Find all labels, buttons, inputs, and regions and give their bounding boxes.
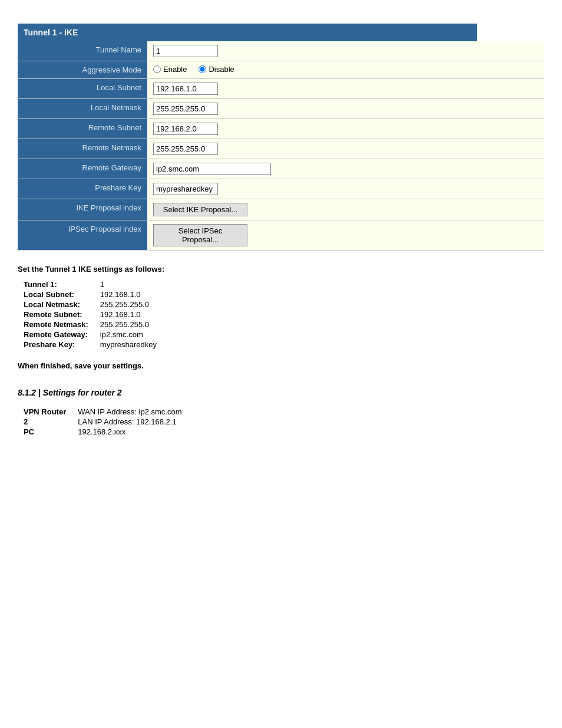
info-row: Tunnel 1:1 xyxy=(24,279,157,289)
info-label: Remote Gateway: xyxy=(24,330,100,340)
vpn-value: LAN IP Address: 192.168.2.1 xyxy=(78,417,181,427)
tunnel-row: Local Netmask xyxy=(18,99,544,119)
input-remote-subnet[interactable] xyxy=(153,123,218,135)
vpn-row: 2LAN IP Address: 192.168.2.1 xyxy=(24,417,182,427)
row-label-5: Remote Netmask xyxy=(18,139,147,159)
info-row: Local Netmask:255.255.255.0 xyxy=(24,299,157,309)
input-remote-gateway[interactable] xyxy=(153,163,271,175)
info-row: Remote Gateway:ip2.smc.com xyxy=(24,330,157,340)
tunnel-section: Tunnel 1 - IKE Tunnel NameAggressive Mod… xyxy=(18,24,544,251)
row-label-9: IPSec Proposal index xyxy=(18,220,147,250)
info-row: Remote Netmask:255.255.255.0 xyxy=(24,319,157,330)
vpn-label: 2 xyxy=(24,417,78,427)
vpn-value: WAN IP Address: ip2.smc.com xyxy=(78,407,181,417)
radio-label-disable[interactable]: Disable xyxy=(199,65,234,74)
finish-note: When finished, save your settings. xyxy=(18,361,544,370)
row-value-8: Select IKE Proposal... xyxy=(147,199,544,220)
input-local-subnet[interactable] xyxy=(153,83,218,95)
instructions-section: Set the Tunnel 1 IKE settings as follows… xyxy=(18,265,544,350)
row-value-4 xyxy=(147,119,544,139)
section2: 8.1.2 | Settings for router 2 VPN Router… xyxy=(18,388,544,437)
row-value-3 xyxy=(147,99,544,118)
vpn-label: PC xyxy=(24,427,78,437)
tunnel-row: Local Subnet xyxy=(18,79,544,99)
radio-disable[interactable] xyxy=(199,65,206,73)
tunnel-row: IKE Proposal indexSelect IKE Proposal... xyxy=(18,199,544,220)
radio-group-1: Enable Disable xyxy=(153,65,538,74)
tunnel-row: Remote Subnet xyxy=(18,119,544,139)
input-preshare-key[interactable] xyxy=(153,183,218,195)
info-value: 192.168.1.0 xyxy=(100,309,157,319)
tunnel-row: Tunnel Name xyxy=(18,41,544,61)
vpn-label: VPN Router xyxy=(24,407,78,417)
input-tunnel-name[interactable] xyxy=(153,45,218,57)
info-value: 192.168.1.0 xyxy=(100,289,157,299)
info-value: mypresharedkey xyxy=(100,340,157,350)
tunnel-row: Preshare Key xyxy=(18,179,544,199)
row-value-5 xyxy=(147,139,544,159)
vpn-table: VPN RouterWAN IP Address: ip2.smc.com2LA… xyxy=(24,407,182,437)
info-row: Preshare Key:mypresharedkey xyxy=(24,340,157,350)
info-label: Remote Subnet: xyxy=(24,309,100,319)
row-value-0 xyxy=(147,41,544,61)
row-label-8: IKE Proposal index xyxy=(18,199,147,220)
row-label-1: Aggressive Mode xyxy=(18,61,147,78)
vpn-row: VPN RouterWAN IP Address: ip2.smc.com xyxy=(24,407,182,417)
tunnel-header: Tunnel 1 - IKE xyxy=(18,24,477,41)
tunnel-row: Remote Netmask xyxy=(18,139,544,159)
radio-enable[interactable] xyxy=(153,65,161,73)
row-label-2: Local Subnet xyxy=(18,79,147,98)
info-value: ip2.smc.com xyxy=(100,330,157,340)
row-label-3: Local Netmask xyxy=(18,99,147,118)
info-label: Tunnel 1: xyxy=(24,279,100,289)
tunnel-row: IPSec Proposal indexSelect IPSec Proposa… xyxy=(18,220,544,251)
info-table: Tunnel 1:1Local Subnet:192.168.1.0Local … xyxy=(24,279,157,350)
info-label: Preshare Key: xyxy=(24,340,100,350)
row-value-2 xyxy=(147,79,544,98)
row-label-6: Remote Gateway xyxy=(18,159,147,179)
select-button-9[interactable]: Select IPSec Proposal... xyxy=(153,224,247,246)
section2-heading: 8.1.2 | Settings for router 2 xyxy=(18,388,544,397)
tunnel-row: Aggressive Mode Enable Disable xyxy=(18,61,544,79)
radio-label-enable[interactable]: Enable xyxy=(153,65,187,74)
info-value: 255.255.255.0 xyxy=(100,319,157,330)
row-value-7 xyxy=(147,179,544,199)
row-value-9: Select IPSec Proposal... xyxy=(147,220,544,250)
row-label-4: Remote Subnet xyxy=(18,119,147,139)
row-value-1: Enable Disable xyxy=(147,61,544,78)
info-row: Local Subnet:192.168.1.0 xyxy=(24,289,157,299)
vpn-row: PC192.168.2.xxx xyxy=(24,427,182,437)
tunnel-form: Tunnel NameAggressive Mode Enable Disabl… xyxy=(18,41,544,251)
info-label: Remote Netmask: xyxy=(24,319,100,330)
select-button-8[interactable]: Select IKE Proposal... xyxy=(153,203,247,216)
row-label-0: Tunnel Name xyxy=(18,41,147,61)
info-value: 255.255.255.0 xyxy=(100,299,157,309)
info-row: Remote Subnet:192.168.1.0 xyxy=(24,309,157,319)
tunnel-row: Remote Gateway xyxy=(18,159,544,179)
info-value: 1 xyxy=(100,279,157,289)
input-local-netmask[interactable] xyxy=(153,103,218,115)
input-remote-netmask[interactable] xyxy=(153,143,218,155)
info-label: Local Subnet: xyxy=(24,289,100,299)
row-label-7: Preshare Key xyxy=(18,179,147,199)
row-value-6 xyxy=(147,159,544,179)
vpn-value: 192.168.2.xxx xyxy=(78,427,181,437)
info-label: Local Netmask: xyxy=(24,299,100,309)
instructions-intro: Set the Tunnel 1 IKE settings as follows… xyxy=(18,265,544,274)
